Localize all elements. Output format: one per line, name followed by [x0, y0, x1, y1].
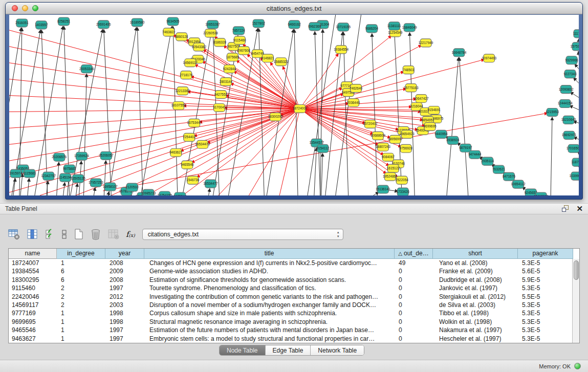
graph-node[interactable]: 6962369	[308, 23, 321, 31]
graph-node[interactable]: 2718176	[180, 71, 193, 79]
table-cell[interactable]: 2	[57, 293, 105, 301]
graph-node[interactable]: 9227343	[563, 70, 577, 78]
graph-edge[interactable]	[9, 108, 300, 128]
graph-node[interactable]: 14754155	[158, 191, 172, 195]
graph-node[interactable]: 8186328	[213, 38, 227, 47]
table-cell[interactable]: de Silva et al. (2003)	[433, 301, 518, 309]
table-cell[interactable]: 2012	[105, 293, 144, 301]
graph-node[interactable]: 15136141	[376, 185, 390, 193]
graph-edge[interactable]	[9, 108, 300, 161]
graph-node[interactable]: 7857224	[232, 27, 246, 35]
graph-node[interactable]: 9329966	[565, 56, 578, 64]
table-cell[interactable]: 0	[395, 276, 433, 284]
table-cell[interactable]: 2	[57, 284, 105, 292]
graph-node[interactable]: 15751074	[571, 42, 579, 51]
graph-node[interactable]: 18807243	[376, 143, 390, 151]
table-cell[interactable]: 9699695	[9, 318, 57, 326]
graph-node[interactable]: 12093832	[559, 85, 574, 94]
graph-edge[interactable]	[570, 106, 579, 110]
table-cell[interactable]: 5.9E-5	[518, 276, 573, 284]
graph-edge[interactable]	[570, 92, 579, 98]
graph-node[interactable]: 18300295	[268, 113, 283, 121]
table-row[interactable]: 2242004622012Investigating the contribut…	[9, 293, 579, 301]
table-cell[interactable]: 0	[395, 309, 433, 317]
graph-edge[interactable]	[578, 52, 579, 56]
graph-node[interactable]: 17016504	[567, 144, 579, 152]
graph-edge[interactable]	[249, 108, 300, 195]
table-row[interactable]: 977716911998Corpus callosum shape and si…	[9, 309, 579, 317]
table-vertical-scrollbar[interactable]	[572, 259, 579, 343]
graph-edge[interactable]	[173, 27, 178, 195]
column-header-name[interactable]: name	[9, 249, 57, 259]
table-cell[interactable]: 0	[395, 267, 433, 275]
graph-node[interactable]: 7463822	[162, 28, 176, 36]
graph-node[interactable]: 20053346	[79, 65, 94, 73]
table-cell[interactable]: 1	[57, 318, 105, 326]
close-window-button[interactable]	[12, 5, 18, 11]
graph-node[interactable]: 2522054	[396, 176, 409, 184]
graph-edge[interactable]	[551, 117, 552, 195]
graph-node[interactable]: 19384554	[334, 46, 349, 54]
graph-node[interactable]: 16648784	[451, 49, 466, 57]
graph-node[interactable]: 1875685	[226, 53, 239, 61]
graph-edge[interactable]	[409, 33, 415, 195]
graph-edge[interactable]	[76, 184, 78, 195]
table-row[interactable]: 1830029562008Estimation of significance …	[9, 276, 579, 284]
graph-edge[interactable]	[9, 79, 300, 109]
float-panel-icon[interactable]	[562, 205, 570, 212]
table-cell[interactable]: Genome-wide association studies in ADHD.	[144, 267, 395, 275]
graph-node[interactable]: 17359924	[74, 152, 89, 160]
table-cell[interactable]: 0	[395, 335, 433, 343]
graph-node[interactable]: 16534477	[203, 180, 218, 188]
column-header-short[interactable]: short	[433, 249, 518, 259]
graph-node[interactable]: 1403557	[35, 21, 48, 29]
column-select-icon[interactable]	[27, 229, 39, 240]
tab-edge-table[interactable]: Edge Table	[266, 345, 311, 355]
graph-node[interactable]: 9084067	[382, 153, 395, 161]
table-cell[interactable]: 0	[395, 326, 433, 334]
table-row[interactable]: 946554611997Estimation of the future num…	[9, 326, 579, 334]
table-cell[interactable]: 1	[57, 326, 105, 334]
table-cell[interactable]: 6	[57, 267, 105, 275]
table-cell[interactable]: 5.3E-5	[518, 318, 573, 326]
graph-node[interactable]: 15720407	[363, 120, 378, 128]
graph-node[interactable]: 12342757	[41, 172, 56, 180]
graph-edge[interactable]	[108, 28, 136, 195]
graph-edge[interactable]	[35, 27, 63, 195]
graph-node[interactable]: 16210643	[561, 116, 576, 124]
graph-node[interactable]: 6466162	[288, 20, 301, 29]
graph-node[interactable]: 9699695	[423, 122, 437, 130]
graph-node[interactable]: 10985233	[141, 189, 156, 195]
graph-node[interactable]: 7632621	[492, 165, 506, 173]
trash-icon[interactable]	[90, 228, 101, 240]
table-cell[interactable]: 0	[395, 301, 433, 309]
graph-node[interactable]: 9686204	[365, 25, 379, 33]
graph-node[interactable]: 15775163	[404, 84, 419, 92]
graph-node[interactable]: 3915974	[9, 169, 23, 178]
zoom-window-button[interactable]	[32, 5, 38, 11]
table-cell[interactable]: 2	[57, 301, 105, 309]
graph-node[interactable]: 1117253	[573, 30, 579, 38]
table-cell[interactable]: Investigating the contribution of common…	[144, 293, 395, 301]
table-row[interactable]: 1872400712008Changes of HCN gene express…	[9, 259, 579, 267]
table-cell[interactable]: 18300295	[9, 276, 57, 284]
graph-edge[interactable]	[459, 58, 468, 195]
table-cell[interactable]: Tourette syndrome. Phenomenology and cla…	[144, 284, 395, 292]
table-cell[interactable]: 0	[395, 293, 433, 301]
table-cell[interactable]: Hescheler et al. (1997)	[433, 335, 518, 343]
graph-node[interactable]: 11381111	[387, 22, 401, 30]
graph-node[interactable]: 2516051	[15, 19, 29, 27]
graph-node[interactable]: 2803144	[220, 78, 233, 86]
graph-node[interactable]: 22260538	[203, 29, 218, 37]
graph-node[interactable]: 9146821	[262, 54, 275, 62]
column-header-in_degree[interactable]: in_degree	[57, 249, 105, 259]
graph-edge[interactable]	[94, 188, 95, 195]
graph-node[interactable]: 9440954	[434, 130, 448, 138]
table-cell[interactable]: 0	[395, 318, 433, 326]
graph-node[interactable]: 18956997	[388, 135, 403, 143]
graph-edge[interactable]	[209, 189, 210, 195]
graph-node[interactable]: 20206576	[52, 153, 67, 161]
graph-node[interactable]: 17957253	[89, 179, 103, 187]
column-header-pagerank[interactable]: pagerank	[518, 249, 573, 259]
graph-node[interactable]: 16753447	[187, 119, 202, 127]
